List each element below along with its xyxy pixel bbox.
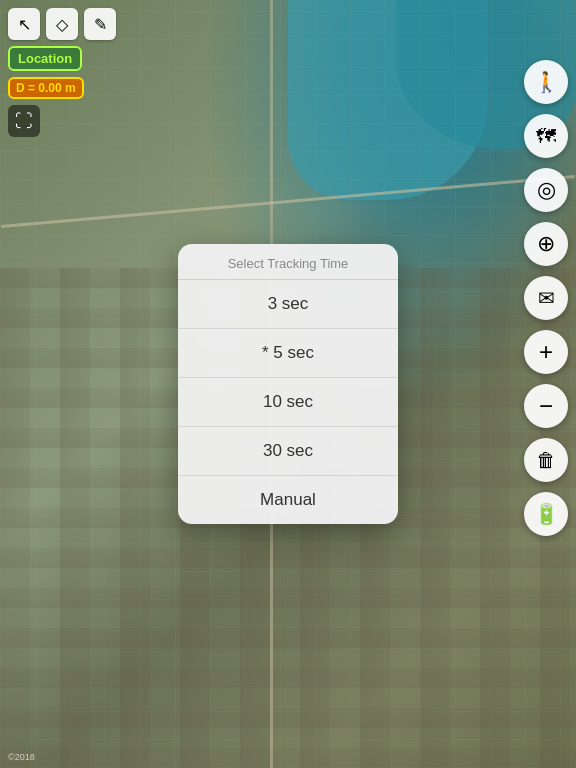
option-10sec[interactable]: 10 sec [178, 378, 398, 427]
option-30sec[interactable]: 30 sec [178, 427, 398, 476]
option-5sec[interactable]: * 5 sec [178, 329, 398, 378]
option-manual[interactable]: Manual [178, 476, 398, 524]
modal-title: Select Tracking Time [178, 244, 398, 280]
tracking-time-modal: Select Tracking Time 3 sec * 5 sec 10 se… [178, 244, 398, 524]
option-3sec[interactable]: 3 sec [178, 280, 398, 329]
modal-overlay: Select Tracking Time 3 sec * 5 sec 10 se… [0, 0, 576, 768]
